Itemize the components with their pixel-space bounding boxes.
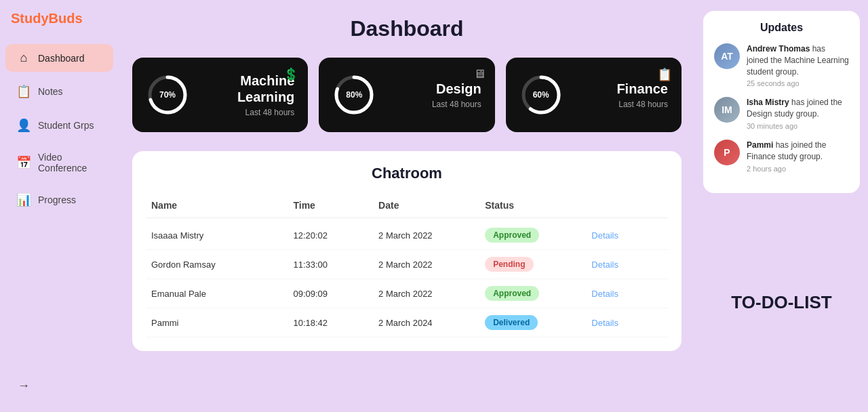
progress-cards: 70% Machine Learning Last 48 hours 💲 80%… [132,58,682,132]
col-status: Status [485,200,591,211]
update-name: Andrew Thomas [747,44,810,54]
update-item: P Pammi has joined the Finance study gro… [714,140,849,173]
row-status: Pending [485,257,591,272]
col-time: Time [293,200,378,211]
row-date: 2 March 2022 [378,230,485,241]
updates-title: Updates [714,22,849,34]
card-ml: 70% Machine Learning Last 48 hours 💲 [132,58,308,132]
col-name: Name [151,200,293,211]
sidebar-label-video-conference: Video Conference [38,152,102,173]
sidebar-item-logout[interactable]: → [5,372,113,400]
card-design: 80% Design Last 48 hours 🖥 [319,58,494,132]
finance-subtitle: Last 48 hours [574,100,668,109]
row-date: 2 March 2024 [378,318,485,328]
update-text: Isha Mistry has joined the Design study … [747,97,849,120]
row-time: 11:33:00 [293,260,378,270]
progress-icon: 📊 [16,192,31,207]
todo-box: TO-DO-LIST [703,204,860,401]
main-content: Dashboard 70% Machine Learning Last 48 h… [119,0,695,412]
finance-card-icon: 📋 [657,67,672,82]
notes-icon: 📋 [16,84,31,99]
finance-card-text: Finance Last 48 hours [574,81,668,109]
details-link[interactable]: Details [591,289,663,299]
finance-percent: 60% [533,90,549,100]
update-time: 25 seconds ago [747,79,849,87]
logout-icon: → [16,379,31,393]
status-badge: Delivered [485,315,538,330]
sidebar-label-progress: Progress [38,194,76,205]
chatroom-section: Chatroom Name Time Date Status Isaaaa Mi… [132,151,682,351]
sidebar-label-student-grps: Student Grps [38,120,94,131]
table-body: Isaaaa Mistry 12:20:02 2 March 2022 Appr… [146,221,668,337]
avatar: P [714,140,740,165]
video-conference-icon: 📅 [16,155,31,170]
row-name: Emanual Pale [151,289,293,299]
ml-card-text: Machine Learning Last 48 hours [200,73,294,117]
row-status: Delivered [485,315,591,330]
logo-suffix: Buds [49,11,83,26]
row-time: 09:09:09 [293,289,378,299]
details-link[interactable]: Details [591,260,663,270]
row-date: 2 March 2022 [378,260,485,270]
finance-title: Finance [574,81,668,97]
right-panel: Updates AT Andrew Thomas has joined the … [695,0,868,412]
design-card-icon: 🖥 [473,67,486,81]
sidebar-item-dashboard[interactable]: ⌂ Dashboard [5,44,113,72]
row-name: Isaaaa Mistry [151,230,293,241]
card-finance: 60% Finance Last 48 hours 📋 [506,58,682,132]
status-badge: Approved [485,228,539,243]
logo: StudyBuds [0,11,119,40]
design-card-text: Design Last 48 hours [387,81,481,109]
row-time: 12:20:02 [293,230,378,241]
row-status: Approved [485,286,591,301]
avatar: IM [714,97,740,123]
table-header: Name Time Date Status [146,193,668,218]
circle-ml: 70% [146,73,189,117]
details-link[interactable]: Details [591,230,663,241]
col-date: Date [378,200,485,211]
table-row: Pammi 10:18:42 2 March 2024 Delivered De… [146,308,668,337]
chatroom-title: Chatroom [146,165,668,182]
logo-prefix: Study [11,11,49,26]
update-text: Andrew Thomas has joined the Machine Lea… [747,43,849,77]
ml-subtitle: Last 48 hours [200,108,294,117]
update-item: IM Isha Mistry has joined the Design stu… [714,97,849,130]
circle-finance: 60% [519,73,563,117]
sidebar-label-notes: Notes [38,86,63,97]
row-name: Gordon Ramsay [151,260,293,270]
sidebar-item-video-conference[interactable]: 📅 Video Conference [5,145,113,180]
student-grps-icon: 👤 [16,118,31,133]
update-name: Isha Mistry [747,98,789,107]
todo-title: TO-DO-LIST [731,292,831,313]
row-time: 10:18:42 [293,318,378,328]
ml-title: Machine Learning [200,73,294,105]
design-subtitle: Last 48 hours [387,100,481,109]
sidebar: StudyBuds ⌂ Dashboard 📋 Notes 👤 Student … [0,0,119,412]
sidebar-item-notes[interactable]: 📋 Notes [5,77,113,106]
updates-list: AT Andrew Thomas has joined the Machine … [714,43,849,173]
ml-card-icon: 💲 [283,67,298,82]
row-date: 2 March 2022 [378,289,485,299]
sidebar-label-dashboard: Dashboard [38,53,85,64]
update-item: AT Andrew Thomas has joined the Machine … [714,43,849,87]
table-row: Emanual Pale 09:09:09 2 March 2022 Appro… [146,279,668,308]
design-percent: 80% [346,90,362,100]
update-text: Pammi has joined the Finance study group… [747,140,849,163]
update-name: Pammi [747,140,773,150]
sidebar-item-progress[interactable]: 📊 Progress [5,186,113,214]
status-badge: Approved [485,286,539,301]
update-time: 30 minutes ago [747,122,849,130]
design-title: Design [387,81,481,97]
table-row: Gordon Ramsay 11:33:00 2 March 2022 Pend… [146,250,668,279]
avatar: AT [714,43,740,69]
home-icon: ⌂ [16,51,31,65]
update-time: 2 hours ago [747,165,849,173]
updates-box: Updates AT Andrew Thomas has joined the … [703,11,860,193]
sidebar-item-student-grps[interactable]: 👤 Student Grps [5,111,113,140]
details-link[interactable]: Details [591,318,663,328]
status-badge: Pending [485,257,533,272]
circle-design: 80% [332,73,376,117]
table-row: Isaaaa Mistry 12:20:02 2 March 2022 Appr… [146,221,668,250]
ml-percent: 70% [159,90,176,100]
row-status: Approved [485,228,591,243]
